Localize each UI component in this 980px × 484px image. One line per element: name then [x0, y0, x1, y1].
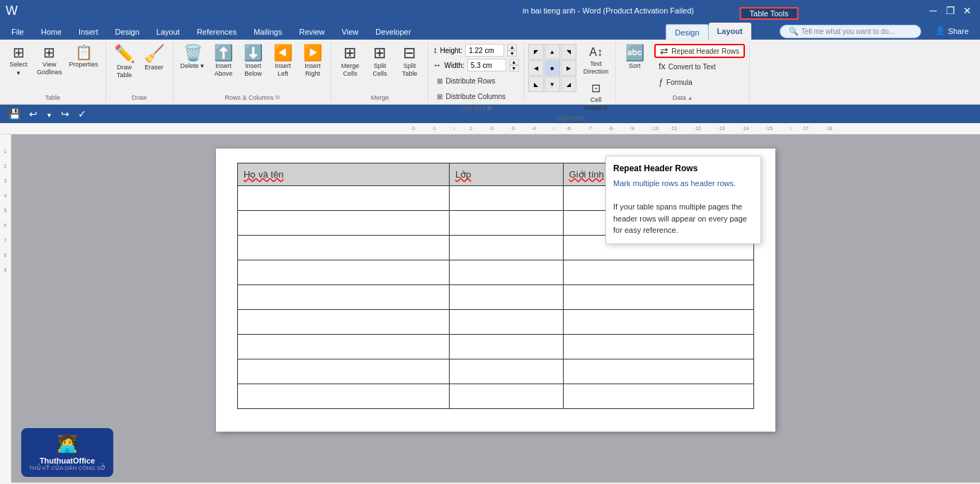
- height-input[interactable]: [465, 44, 504, 57]
- draw-table-icon: ✏️: [114, 45, 135, 62]
- align-bottom-center[interactable]: ▼: [545, 76, 560, 92]
- cell[interactable]: [238, 359, 450, 384]
- cell[interactable]: [238, 186, 450, 211]
- height-spin-down[interactable]: ▼: [507, 50, 517, 57]
- check-icon: ✓: [78, 108, 86, 120]
- insert-right-button[interactable]: ▶️ Insert Right: [298, 44, 326, 79]
- save-button[interactable]: 💾: [6, 107, 23, 121]
- undo-dropdown-button[interactable]: ▼: [43, 107, 55, 121]
- delete-button[interactable]: 🗑️ Delete ▼: [178, 44, 208, 71]
- insert-above-label: Insert Above: [215, 62, 233, 78]
- split-cells-button[interactable]: ⊞ Split Cells: [365, 44, 394, 79]
- cell[interactable]: [449, 285, 563, 310]
- tab-view[interactable]: View: [334, 24, 368, 40]
- align-middle-center[interactable]: ■: [545, 60, 560, 76]
- cell[interactable]: [238, 260, 450, 285]
- rows-columns-expand-icon[interactable]: ⧉: [275, 94, 280, 101]
- cell[interactable]: [563, 335, 753, 359]
- close-button[interactable]: ✕: [960, 4, 974, 18]
- cell[interactable]: [238, 310, 450, 335]
- properties-button[interactable]: 📋 Properties: [67, 44, 101, 70]
- search-bar[interactable]: 🔍 Tell me what you want to do...: [780, 25, 921, 38]
- cell[interactable]: [449, 359, 563, 384]
- tab-design-doc[interactable]: Design: [107, 24, 148, 40]
- group-merge: ⊞ Merge Cells ⊞ Split Cells ⊟ Split Tabl…: [331, 41, 428, 103]
- convert-to-text-button[interactable]: fx Convert to Text: [654, 59, 745, 74]
- insert-below-button[interactable]: ⬇️ Insert Below: [239, 44, 267, 79]
- width-input[interactable]: [467, 59, 506, 71]
- cell[interactable]: [238, 236, 450, 260]
- align-middle-left[interactable]: ◀: [528, 60, 544, 76]
- cell[interactable]: [238, 335, 450, 359]
- tab-developer[interactable]: Developer: [367, 24, 419, 40]
- align-top-left[interactable]: ◤: [528, 44, 544, 59]
- align-top-right[interactable]: ◥: [561, 44, 576, 59]
- height-spinner[interactable]: ▲ ▼: [507, 44, 517, 57]
- tab-references[interactable]: References: [188, 24, 245, 40]
- align-bottom-right[interactable]: ◢: [561, 76, 576, 92]
- cell[interactable]: [563, 359, 753, 384]
- undo-button[interactable]: ↩: [26, 107, 40, 121]
- tab-file[interactable]: File: [3, 24, 33, 40]
- height-spin-up[interactable]: ▲: [507, 44, 517, 50]
- split-table-button[interactable]: ⊟ Split Table: [395, 44, 423, 79]
- tab-insert[interactable]: Insert: [70, 24, 107, 40]
- cell[interactable]: [449, 186, 563, 211]
- tab-table-layout[interactable]: Layout: [709, 23, 751, 40]
- header-cell-class[interactable]: Lớp: [449, 163, 563, 186]
- tab-mailings[interactable]: Mailings: [245, 24, 290, 40]
- cell[interactable]: [563, 384, 753, 409]
- insert-left-button[interactable]: ◀️ Insert Left: [268, 44, 297, 79]
- view-gridlines-button[interactable]: ⊞ View Gridlines: [34, 44, 65, 78]
- cell[interactable]: [238, 211, 450, 236]
- width-spin-down[interactable]: ▼: [509, 65, 519, 71]
- insert-above-button[interactable]: ⬆️ Insert Above: [209, 44, 237, 79]
- select-button[interactable]: ⊞ Select ▼: [4, 44, 33, 78]
- text-direction-button[interactable]: A↕ Text Direction: [581, 44, 612, 77]
- data-collapse-icon[interactable]: ▲: [688, 95, 693, 101]
- cell[interactable]: [449, 384, 563, 409]
- cell[interactable]: [449, 236, 563, 260]
- cell[interactable]: [449, 260, 563, 285]
- width-spinner[interactable]: ▲ ▼: [509, 59, 519, 71]
- share-button[interactable]: 👤 Share: [927, 23, 977, 38]
- sort-icon: 🔤: [625, 45, 644, 61]
- search-placeholder: Tell me what you want to do...: [802, 28, 895, 35]
- cell[interactable]: [449, 310, 563, 335]
- tab-layout-doc[interactable]: Layout: [148, 24, 188, 40]
- formula-button[interactable]: ƒ Formula: [654, 75, 745, 89]
- align-top-center[interactable]: ▲: [545, 44, 560, 59]
- view-gridlines-icon: ⊞: [43, 45, 55, 59]
- group-cell-size-label: Cell Size: [460, 105, 486, 112]
- cell-margins-button[interactable]: ⊡ Cell Margins: [581, 80, 612, 113]
- eraser-button[interactable]: 🧹 Eraser: [140, 44, 169, 73]
- width-spin-up[interactable]: ▲: [509, 59, 519, 65]
- redo-button[interactable]: ↪: [58, 107, 72, 121]
- redo-icon: ↪: [61, 108, 69, 120]
- tab-review[interactable]: Review: [291, 24, 334, 40]
- cell[interactable]: [238, 384, 450, 409]
- tab-table-design[interactable]: Design: [666, 24, 708, 40]
- distribute-rows-button[interactable]: ⊞ Distribute Rows: [433, 74, 509, 88]
- cell[interactable]: [449, 335, 563, 359]
- align-middle-right[interactable]: ▶: [561, 60, 576, 76]
- sort-button[interactable]: 🔤 Sort: [620, 44, 649, 71]
- cell[interactable]: [563, 310, 753, 335]
- distribute-columns-label: Distribute Columns: [445, 93, 505, 100]
- repeat-header-rows-button[interactable]: ⇄ Repeat Header Rows: [654, 44, 745, 58]
- minimize-button[interactable]: ─: [926, 4, 940, 18]
- split-cells-label: Split Cells: [372, 62, 387, 78]
- merge-cells-button[interactable]: ⊞ Merge Cells: [336, 44, 364, 79]
- cell[interactable]: [563, 285, 753, 310]
- cell[interactable]: [449, 211, 563, 236]
- draw-table-button[interactable]: ✏️ Draw Table: [110, 44, 139, 81]
- cell[interactable]: [238, 285, 450, 310]
- distribute-columns-button[interactable]: ⊞ Distribute Columns: [433, 89, 509, 103]
- restore-button[interactable]: ❐: [943, 4, 957, 18]
- cell[interactable]: [563, 260, 753, 285]
- cell-size-expand-icon[interactable]: ⧉: [487, 105, 491, 112]
- tab-home[interactable]: Home: [33, 24, 70, 40]
- align-bottom-left[interactable]: ◣: [528, 76, 544, 92]
- header-cell-name[interactable]: Họ và tên: [238, 163, 450, 186]
- check-button[interactable]: ✓: [75, 107, 89, 121]
